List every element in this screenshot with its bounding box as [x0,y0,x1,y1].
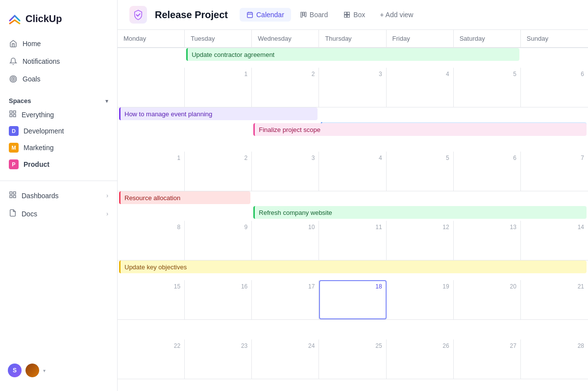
date-cell-w1-d0[interactable]: 1 [118,152,185,191]
user-avatar-photo [25,364,39,377]
date-cell-w4-d5[interactable]: 27 [454,339,521,379]
docs-chevron-icon: › [106,210,108,217]
sidebar-item-development[interactable]: D Development [4,123,113,139]
svg-rect-7 [10,192,12,194]
date-cell-w2-d4[interactable]: 12 [387,221,454,260]
marketing-avatar: M [9,143,19,153]
user-avatar-s: S [8,364,22,377]
date-cell-w1-d4[interactable]: 5 [387,152,454,191]
tab-box[interactable]: Box [337,8,372,22]
sidebar-item-product[interactable]: P Product [4,156,113,173]
date-number-6: 6 [456,154,518,162]
svg-rect-19 [347,12,350,15]
logo-text: ClickUp [25,13,62,25]
date-cell-w4-d1[interactable]: 23 [185,339,252,379]
project-title: Release Project [155,9,228,21]
date-number-6: 6 [523,70,586,78]
box-icon [343,11,350,18]
date-cell-w0-d6[interactable]: 6 [521,68,588,107]
date-cell-w3-d0[interactable]: 15 [118,280,185,319]
date-cell-w0-d5[interactable]: 5 [454,68,521,107]
date-cell-w1-d6[interactable]: 7 [521,152,588,191]
release-project-icon [133,9,144,20]
home-icon [9,39,18,48]
product-avatar: P [9,159,19,169]
date-number-28: 28 [523,341,586,350]
date-cell-w0-d0[interactable] [118,68,185,107]
date-number-25: 25 [321,341,384,350]
dashboards-label: Dashboards [22,192,59,200]
dashboard-icon [9,191,17,200]
date-cell-w2-d1[interactable]: 9 [185,221,252,260]
svg-rect-17 [305,12,306,17]
date-cell-w2-d6[interactable]: 14 [521,221,588,260]
date-cell-w4-d0[interactable]: 22 [118,339,185,379]
date-cell-w0-d4[interactable]: 4 [387,68,454,107]
date-cell-w4-d6[interactable]: 28 [521,339,588,379]
date-cell-w2-d5[interactable]: 13 [454,221,521,260]
dashboards-chevron-icon: › [106,192,108,199]
svg-rect-6 [13,114,16,117]
week-5: 293031123 [118,379,588,391]
date-cell-w1-d3[interactable]: 4 [319,152,386,191]
date-cell-w1-d5[interactable]: 6 [454,152,521,191]
calendar-body: Update contractor agreement123456How to … [118,48,588,391]
date-cell-w2-d0[interactable]: 8 [118,221,185,260]
task-bar-how-to-manage-event-planning[interactable]: How to manage event planning [119,107,318,120]
tab-board[interactable]: Board [293,8,335,22]
bottom-nav: Dashboards › Docs › [0,181,117,226]
grid-icon [9,110,17,119]
sidebar-nav: Home Notifications Goals [0,35,117,87]
task-bar-refresh-company-website[interactable]: Refresh company website [253,206,587,219]
date-cell-w3-d2[interactable]: 17 [252,280,319,319]
notifications-label: Notifications [23,57,60,65]
date-cell-w4-d2[interactable]: 24 [252,339,319,379]
spaces-label: Spaces [9,97,31,104]
sidebar-item-notifications[interactable]: Notifications [4,53,113,70]
calendar-tab-label: Calendar [256,11,284,19]
task-bar-update-key-objectives[interactable]: Update key objectives [119,261,587,273]
spaces-header[interactable]: Spaces ▾ [4,95,113,106]
sidebar-item-home[interactable]: Home [4,35,113,52]
date-cell-w4-d3[interactable]: 25 [319,339,386,379]
date-cell-w3-d6[interactable]: 21 [521,280,588,319]
date-number-27: 27 [456,341,518,350]
date-cell-w0-d3[interactable]: 3 [319,68,386,107]
week-4: 22232425262728 [118,320,588,379]
date-cell-w2-d2[interactable]: 10 [252,221,319,260]
task-bar-resource-allocation[interactable]: Resource allocation [119,191,250,204]
date-cell-w0-d1[interactable]: 1 [185,68,252,107]
add-view-button[interactable]: + Add view [374,8,419,22]
docs-icon [9,209,17,218]
date-cell-w2-d3[interactable]: 11 [319,221,386,260]
date-number-5: 5 [456,70,518,78]
svg-rect-9 [10,195,12,198]
sidebar-item-goals[interactable]: Goals [4,71,113,87]
date-cell-w0-d2[interactable]: 2 [252,68,319,107]
date-cell-w4-d4[interactable]: 26 [387,339,454,379]
date-number-4: 4 [321,154,384,162]
date-cell-w1-d2[interactable]: 3 [252,152,319,191]
date-number-26: 26 [389,341,451,350]
svg-rect-11 [247,12,253,17]
date-cell-w1-d1[interactable]: 2 [185,152,252,191]
date-cell-w3-d5[interactable]: 20 [454,280,521,319]
date-number-22: 22 [120,341,182,350]
task-bar-finalize-project-scope[interactable]: Finalize project scope [253,123,587,136]
sidebar-item-dashboards[interactable]: Dashboards › [4,187,113,204]
sidebar-item-everything[interactable]: Everything [4,106,113,123]
date-cell-w3-d1[interactable]: 16 [185,280,252,319]
sidebar-item-docs[interactable]: Docs › [4,205,113,222]
date-cell-w3-d4[interactable]: 19 [387,280,454,319]
date-cell-w3-d3[interactable]: 18 [319,280,386,319]
sidebar-item-marketing[interactable]: M Marketing [4,139,113,156]
marketing-label: Marketing [24,144,53,152]
board-icon [300,11,307,18]
date-number-17: 17 [254,282,317,291]
svg-point-2 [13,78,14,80]
day-header-saturday: Saturday [454,30,521,47]
svg-rect-8 [13,192,16,194]
task-bar-update-contractor-agreement[interactable]: Update contractor agreement [186,48,519,61]
logo: ClickUp [0,8,117,35]
tab-calendar[interactable]: Calendar [240,8,291,22]
